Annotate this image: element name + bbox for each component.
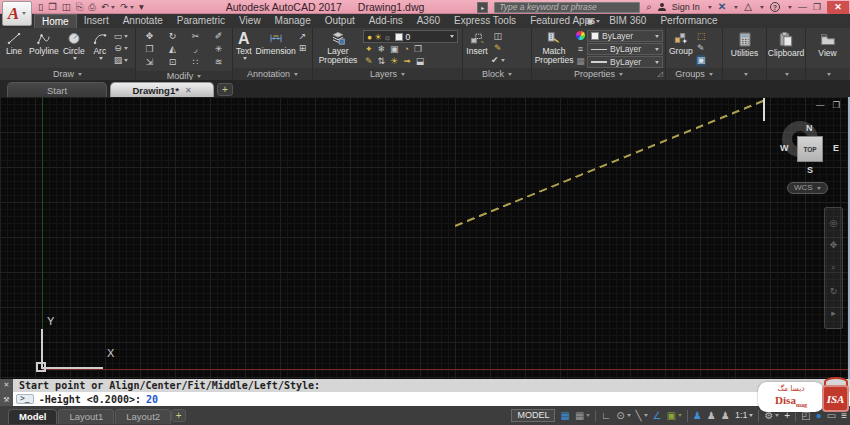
layer-walk-icon[interactable]: ⇅ <box>378 56 386 67</box>
dialog-launcher-icon[interactable]: ◿ <box>658 70 663 78</box>
annotation-visibility-icon[interactable]: ♟ <box>693 409 702 422</box>
block-attributes-icon[interactable]: ✔ <box>491 55 505 66</box>
rectangle-icon[interactable]: ▭ <box>114 31 129 42</box>
restore-button[interactable]: ❐ <box>813 1 821 14</box>
insert-block-button[interactable]: Insert <box>465 30 489 57</box>
clipboard-button[interactable]: Clipboard <box>767 30 805 59</box>
layers-panel-footer[interactable]: Layers <box>313 68 462 80</box>
mirror-icon[interactable]: ◭ <box>163 44 182 57</box>
layer-delete-icon[interactable]: ⬓ <box>416 56 425 67</box>
search-icon[interactable]: ⌕ <box>646 1 652 13</box>
clipboard-panel-footer[interactable] <box>767 68 805 80</box>
tab-output[interactable]: Output <box>318 14 362 28</box>
plot-style-icon[interactable]: ▦ <box>576 56 585 67</box>
grid-display-icon[interactable]: ▦ <box>560 409 569 422</box>
erase-icon[interactable]: ✐ <box>209 31 228 44</box>
properties-panel-footer[interactable]: Properties◿ <box>532 68 665 80</box>
ortho-icon[interactable]: ∟ <box>601 409 611 422</box>
command-input-line[interactable]: >_ -Height <0.2000>: 20 <box>13 392 850 406</box>
tab-express-tools[interactable]: Express Tools <box>447 14 523 28</box>
model-space-button[interactable]: MODEL <box>511 409 555 422</box>
object-color-dropdown[interactable]: ByLayer <box>587 30 663 42</box>
match-properties-button[interactable]: Match Properties <box>534 30 574 66</box>
view-panel-footer[interactable] <box>806 68 849 80</box>
tab-model[interactable]: Model <box>8 409 57 424</box>
qat-saveas-icon[interactable]: ⎘ <box>76 1 84 13</box>
layer-select-dropdown[interactable]: ●☀☼ 0 <box>363 30 458 43</box>
multileader-icon[interactable]: ↗ <box>299 31 307 42</box>
a360-connect-icon[interactable]: △ <box>744 1 752 13</box>
viewcube-south-label[interactable]: S <box>807 165 813 175</box>
tab-home[interactable]: Home <box>34 14 77 28</box>
layer-properties-button[interactable]: Layer Properties <box>315 30 361 66</box>
polar-tracking-icon[interactable]: ⊙ <box>616 409 630 422</box>
qat-plot-icon[interactable]: ⎙ <box>88 1 96 13</box>
showmotion-icon[interactable]: ▸ <box>831 308 836 318</box>
lineweight-dropdown[interactable]: ByLayer <box>587 56 663 68</box>
command-input-value[interactable]: 20 <box>146 394 158 405</box>
viewcube-west-label[interactable]: W <box>780 143 789 153</box>
search-go-icon[interactable]: ▸ <box>477 2 488 13</box>
polyline-button[interactable]: Polyline <box>28 30 60 57</box>
minimize-button[interactable]: — <box>798 1 807 14</box>
wcs-dropdown[interactable]: WCS <box>787 182 828 194</box>
explode-icon[interactable]: ✳ <box>209 44 228 57</box>
group-edit-icon[interactable]: ✎ <box>696 43 707 54</box>
arc-button[interactable]: Arc <box>88 30 112 61</box>
navigation-bar[interactable]: ◎✥⌕↻▸ <box>824 207 843 329</box>
table-icon[interactable]: ⊞ <box>299 43 307 54</box>
draw-panel-footer[interactable]: Draw <box>0 68 135 80</box>
move-icon[interactable]: ✥ <box>140 31 159 44</box>
tab-performance[interactable]: Performance <box>653 14 724 28</box>
group-button[interactable]: Group <box>668 30 694 57</box>
tab-a360[interactable]: A360 <box>410 14 447 28</box>
groups-panel-footer[interactable]: Groups <box>666 68 722 80</box>
autoscale-icon[interactable]: ♟ <box>707 409 716 422</box>
autodesk-exchange-icon[interactable]: ✕ <box>718 1 726 13</box>
copy-icon[interactable]: ❐ <box>140 44 159 57</box>
zoom-icon[interactable]: ⌕ <box>831 262 836 273</box>
circle-button[interactable]: Circle <box>62 30 86 61</box>
snap-mode-icon[interactable]: ▦ <box>575 409 590 422</box>
group-selection-icon[interactable]: ▣ <box>696 55 707 66</box>
viewcube-north-label[interactable]: N <box>806 123 813 133</box>
qat-redo-icon[interactable]: ↷ <box>120 1 134 13</box>
rotate-icon[interactable]: ↻ <box>163 31 182 44</box>
layer-current-icon[interactable]: ✎ <box>365 56 373 67</box>
qat-open-icon[interactable]: ❒ <box>48 1 57 13</box>
fillet-icon[interactable]: ◞ <box>186 44 205 57</box>
qat-new-icon[interactable]: ▯ <box>38 1 43 13</box>
close-button[interactable]: ✕ <box>827 1 849 14</box>
color-list-icon[interactable]: ≡ <box>576 44 585 55</box>
isometric-drafting-icon[interactable]: ╲ <box>636 409 648 422</box>
layer-merge-icon[interactable]: ➟ <box>403 56 411 67</box>
file-tab-drawing1[interactable]: Drawing1* ✕ <box>110 82 214 97</box>
qat-save-icon[interactable]: ◫ <box>62 1 71 13</box>
stretch-icon[interactable]: ⇲ <box>140 57 159 70</box>
trim-icon[interactable]: ✂ <box>186 31 205 44</box>
orbit-icon[interactable]: ↻ <box>830 286 838 296</box>
viewport-restore-icon[interactable]: ❐ <box>833 100 841 110</box>
layer-freeze-icon[interactable]: ❄ <box>378 44 386 55</box>
tab-annotate[interactable]: Annotate <box>116 14 170 28</box>
layer-isolate-icon[interactable]: ✦ <box>365 44 373 55</box>
object-snap-icon[interactable]: ▣ <box>667 409 682 422</box>
color-wheel-icon[interactable] <box>576 31 585 43</box>
scale-icon[interactable]: ⊡ <box>163 57 182 70</box>
tab-bim360[interactable]: BIM 360 <box>602 14 653 28</box>
layer-on-icon[interactable]: ☀ <box>390 56 398 67</box>
annotation-scale-button[interactable]: 1:1 <box>735 409 754 422</box>
view-button[interactable]: View <box>817 30 837 59</box>
tab-view[interactable]: View <box>232 14 268 28</box>
layer-match-icon[interactable]: ◔ <box>404 44 409 55</box>
hatch-icon[interactable]: ▨ <box>114 55 129 66</box>
search-input[interactable]: Type a keyword or phrase <box>494 2 640 13</box>
line-button[interactable]: Line <box>2 30 26 57</box>
file-tab-close-icon[interactable]: ✕ <box>185 86 192 95</box>
block-edit-icon[interactable]: ✎ <box>491 43 505 54</box>
tab-parametric[interactable]: Parametric <box>170 14 232 28</box>
viewport-minimize-icon[interactable]: — <box>816 100 825 110</box>
ungroup-icon[interactable]: ⬚ <box>696 31 707 42</box>
array-icon[interactable]: ∷ <box>186 57 205 70</box>
tab-manage[interactable]: Manage <box>268 14 318 28</box>
